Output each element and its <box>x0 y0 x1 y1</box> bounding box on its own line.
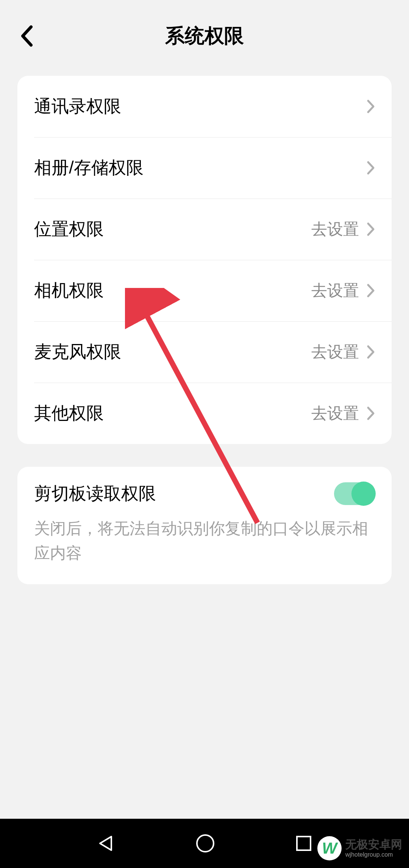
permission-item-contacts[interactable]: 通讯录权限 <box>17 76 392 137</box>
permission-item-microphone[interactable]: 麦克风权限 去设置 <box>17 321 392 383</box>
chevron-right-icon <box>367 406 375 421</box>
permission-item-camera[interactable]: 相机权限 去设置 <box>17 260 392 321</box>
clipboard-toggle-row: 剪切板读取权限 <box>34 482 375 505</box>
item-right: 去设置 <box>311 219 375 240</box>
item-right <box>359 99 375 114</box>
chevron-right-icon <box>367 222 375 236</box>
item-right: 去设置 <box>311 403 375 424</box>
permission-item-location[interactable]: 位置权限 去设置 <box>17 199 392 260</box>
nav-home-button[interactable] <box>195 834 215 853</box>
item-label: 通讯录权限 <box>34 95 121 118</box>
clipboard-toggle[interactable] <box>334 482 375 505</box>
permission-item-other[interactable]: 其他权限 去设置 <box>17 383 392 444</box>
watermark-title: 无极安卓网 <box>345 839 402 850</box>
page-title: 系统权限 <box>0 23 409 49</box>
watermark-subtitle: wjhotelgroup.com <box>345 852 402 858</box>
header-bar: 系统权限 <box>0 8 409 64</box>
permission-item-storage[interactable]: 相册/存储权限 <box>17 137 392 199</box>
clipboard-card: 剪切板读取权限 关闭后，将无法自动识别你复制的口令以展示相应内容 <box>17 467 392 584</box>
nav-recents-button[interactable] <box>295 835 312 852</box>
svg-marker-2 <box>100 837 111 850</box>
square-recents-icon <box>295 835 312 852</box>
item-right: 去设置 <box>311 280 375 301</box>
permissions-card: 通讯录权限 相册/存储权限 位置权限 去设置 相机权限 去设置 <box>17 76 392 444</box>
watermark: W 无极安卓网 wjhotelgroup.com <box>317 836 402 860</box>
item-label: 其他权限 <box>34 402 104 425</box>
back-button[interactable] <box>15 25 38 47</box>
svg-point-3 <box>197 835 214 852</box>
circle-home-icon <box>195 834 215 853</box>
item-label: 麦克风权限 <box>34 340 121 364</box>
item-action: 去设置 <box>311 403 359 424</box>
chevron-right-icon <box>367 345 375 359</box>
watermark-text: 无极安卓网 wjhotelgroup.com <box>345 839 402 858</box>
item-label: 相册/存储权限 <box>34 156 144 180</box>
item-action: 去设置 <box>311 219 359 240</box>
item-right <box>359 161 375 175</box>
item-label: 相机权限 <box>34 279 104 302</box>
item-action: 去设置 <box>311 341 359 363</box>
watermark-logo: W <box>317 836 342 860</box>
clipboard-description: 关闭后，将无法自动识别你复制的口令以展示相应内容 <box>34 516 375 565</box>
triangle-back-icon <box>97 834 115 852</box>
chevron-left-icon <box>20 25 33 47</box>
nav-back-button[interactable] <box>97 834 115 852</box>
chevron-right-icon <box>367 161 375 175</box>
item-right: 去设置 <box>311 341 375 363</box>
svg-rect-4 <box>297 837 311 850</box>
toggle-knob <box>351 482 376 506</box>
status-bar <box>0 0 409 8</box>
chevron-right-icon <box>367 99 375 114</box>
item-label: 位置权限 <box>34 217 104 241</box>
clipboard-label: 剪切板读取权限 <box>34 482 156 505</box>
item-action: 去设置 <box>311 280 359 301</box>
chevron-right-icon <box>367 283 375 298</box>
